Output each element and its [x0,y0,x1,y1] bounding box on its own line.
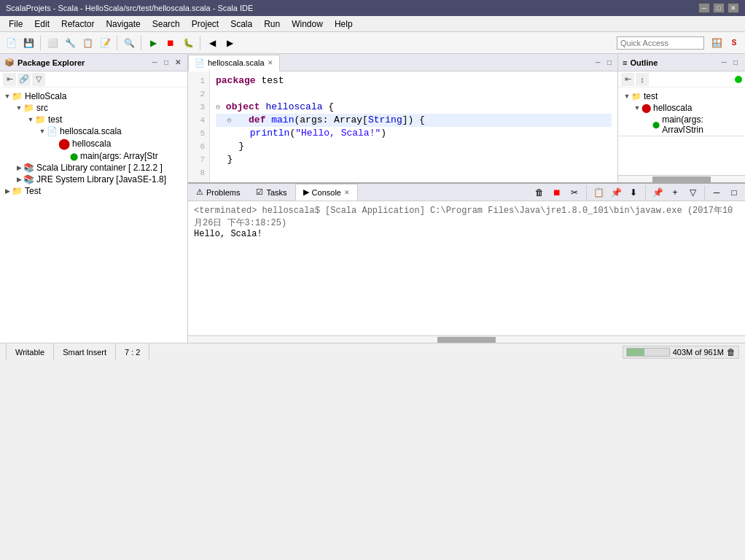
tree-item-helloscala-file[interactable]: ▼ 📄 helloscala.scala [0,125,187,137]
menu-navigate[interactable]: Navigate [100,18,146,31]
toolbar-debug[interactable]: 🐛 [180,35,196,51]
package-explorer-tree: ▼ 📁 HelloScala ▼ 📁 src ▼ 📁 test ▼ 📄 [0,88,187,343]
console-new[interactable]: + [667,184,683,201]
package-explorer-title: Package Explorer [17,58,85,67]
toolbar-btn4[interactable]: 📝 [97,35,113,51]
menu-file[interactable]: File [3,18,28,31]
outline-item-test[interactable]: ▼ 📁 test [618,90,745,102]
tab-minimize[interactable]: ─ [593,58,603,68]
tree-item-test-project[interactable]: ▶ 📁 Test [0,185,187,197]
status-memory[interactable]: 403M of 961M 🗑 [623,346,739,359]
console-minimize[interactable]: ─ [709,184,725,201]
console-clear[interactable]: 🗑 [531,184,547,201]
toolbar: 📄 💾 ⬜ 🔧 📋 📝 🔍 ▶ ⏹ 🐛 ◀ ▶ 🪟 S [0,32,745,54]
editor-tab-helloscala[interactable]: 📄 helloscala.scala ✕ [188,55,280,71]
console-paste[interactable]: 📌 [608,184,624,201]
outline-header: ≡ Outline ─ □ [618,54,745,71]
status-writable: Writable [6,343,54,360]
editor-panel: 📄 helloscala.scala ✕ ─ □ 1 2 3 [188,54,617,182]
tab-close-btn[interactable]: ✕ [268,59,273,66]
toolbar-run[interactable]: ▶ [145,35,161,51]
panel-maximize[interactable]: □ [161,58,171,68]
tree-item-test[interactable]: ▼ 📁 test [0,114,187,125]
panel-close[interactable]: ✕ [173,58,183,68]
console-hello-output: Hello, Scala! [194,229,739,239]
gc-icon[interactable]: 🗑 [727,347,736,357]
menu-refactor[interactable]: Refactor [55,18,100,31]
outline-title: Outline [630,58,658,67]
panel-minimize[interactable]: ─ [149,58,160,68]
status-insert: Smart Insert [54,343,116,360]
minimize-button[interactable]: ─ [698,3,710,13]
toolbar-btn2[interactable]: 🔧 [62,35,78,51]
outline-minimize[interactable]: ─ [719,58,729,68]
quick-access-area [617,36,704,50]
console-tab-close[interactable]: ✕ [344,189,350,196]
collapse-all-btn[interactable]: ⇤ [3,73,16,86]
toolbar-save[interactable]: 💾 [20,35,36,51]
tab-problems[interactable]: ⚠ Problems [188,184,248,201]
close-button[interactable]: ✕ [728,3,739,13]
view-menu-btn[interactable]: ▽ [32,73,45,86]
menu-scala[interactable]: Scala [225,18,258,31]
tree-item-helloscala-class[interactable]: ⬤ helloscala [0,137,187,150]
perspectives-btn[interactable]: 🪟 [709,35,725,51]
memory-bar [626,348,670,357]
tree-item-helloscala[interactable]: ▼ 📁 HelloScala [0,90,187,102]
console-disconnect[interactable]: ✂ [566,184,582,201]
link-editor-btn[interactable]: 🔗 [17,73,31,86]
editor-content-area[interactable]: 1 2 3 4 5 6 7 8 package test ⊖ o [188,71,617,182]
maximize-button[interactable]: □ [713,3,725,13]
outline-collapse[interactable]: ⇤ [621,73,634,86]
console-pin[interactable]: 📌 [650,184,666,201]
outline-sort[interactable]: ↕ [636,73,649,86]
app-title: ScalaProjets - Scala - HelloScala/src/te… [6,4,253,12]
tree-item-jre[interactable]: ▶ 📚 JRE System Library [JavaSE-1.8] [0,174,187,185]
outline-item-helloscala[interactable]: ▼ ⬤ helloscala [618,102,745,114]
toolbar-search[interactable]: 🔍 [121,35,137,51]
tab-maximize[interactable]: □ [604,58,615,68]
console-output-area: <terminated> helloscala$ [Scala Applicat… [188,201,745,335]
toolbar-new[interactable]: 📄 [3,35,19,51]
line-numbers: 1 2 3 4 5 6 7 8 [188,71,210,182]
menu-window[interactable]: Window [286,18,329,31]
menu-project[interactable]: Project [186,18,225,31]
tab-console[interactable]: ▶ Console ✕ [295,184,358,201]
tab-tasks[interactable]: ☑ Tasks [248,184,295,201]
package-explorer-header: 📦 Package Explorer ─ □ ✕ [0,54,187,71]
toolbar-btn1[interactable]: ⬜ [44,35,61,51]
menu-run[interactable]: Run [258,18,286,31]
console-menu[interactable]: ▽ [684,184,701,201]
toolbar-prev[interactable]: ◀ [204,35,220,51]
package-explorer-icon: 📦 [4,58,15,67]
outline-maximize[interactable]: □ [730,58,741,68]
console-stop[interactable]: ⏹ [549,184,565,201]
toolbar-next[interactable]: ▶ [222,35,238,51]
menu-help[interactable]: Help [329,18,359,31]
code-line-4: ⊖ def main(args: Array[String]) { [216,114,612,127]
code-line-2 [216,88,612,101]
toolbar-btn3[interactable]: 📋 [79,35,95,51]
menu-search[interactable]: Search [147,18,186,31]
package-explorer-panel: 📦 Package Explorer ─ □ ✕ ⇤ 🔗 ▽ ▼ 📁 Hello… [0,54,188,343]
tree-item-src[interactable]: ▼ 📁 src [0,102,187,114]
bottom-tabs-bar: ⚠ Problems ☑ Tasks ▶ Console ✕ 🗑 ⏹ ✂ [188,184,745,201]
quick-access-input[interactable] [617,36,704,50]
code-line-3: ⊖ object helloscala { [216,101,612,114]
menu-edit[interactable]: Edit [28,18,55,31]
console-maximize[interactable]: □ [726,184,742,201]
tab-label: helloscala.scala [208,58,265,67]
title-bar: ScalaProjets - Scala - HelloScala/src/te… [0,0,745,16]
console-terminated-line: <terminated> helloscala$ [Scala Applicat… [194,204,739,229]
scala-perspective-btn[interactable]: S [726,35,742,51]
tree-item-main[interactable]: ⬤ main(args: Array[Str [0,150,187,162]
code-content[interactable]: package test ⊖ object helloscala { ⊖ def… [210,71,617,182]
outline-item-main[interactable]: ⬤ main(args: Array[Strin [618,114,745,133]
console-scroll[interactable]: ⬇ [625,184,641,201]
outline-panel: ≡ Outline ─ □ ⇤ ↕ ▼ 📁 test [617,54,745,182]
tree-item-scala-library[interactable]: ▶ 📚 Scala Library container [ 2.12.2 ] [0,162,187,174]
code-line-5: println("Hello, Scala!") [216,127,612,140]
toolbar-stop[interactable]: ⏹ [163,35,179,51]
code-line-8 [216,166,612,179]
console-copy[interactable]: 📋 [590,184,606,201]
